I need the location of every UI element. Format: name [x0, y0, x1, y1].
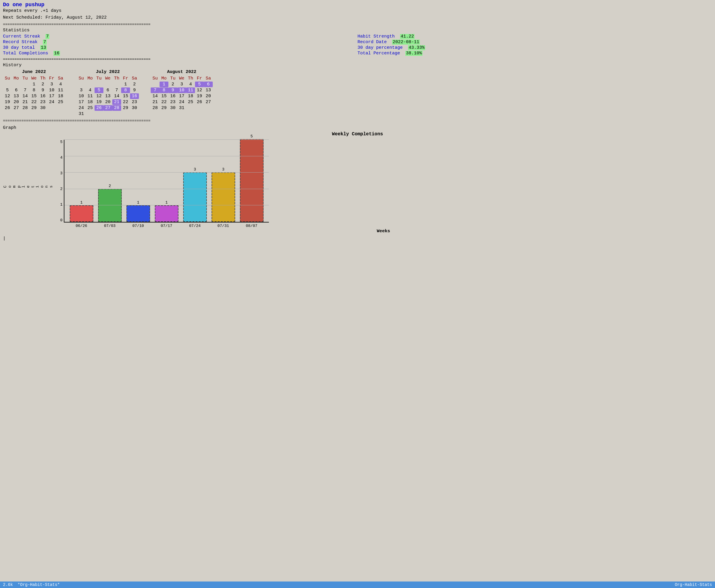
cal-day-cell: 6	[103, 87, 112, 93]
cal-day-cell: 28	[21, 105, 29, 111]
bar-rect	[183, 172, 207, 222]
graph-section: Graph Weekly Completions C o m p l e t i…	[3, 125, 712, 234]
cal-day-cell: 22	[121, 99, 130, 105]
cal-day-cell: 20	[103, 99, 112, 105]
cal-day-cell: 12	[3, 93, 12, 99]
separator-3: ========================================…	[3, 119, 712, 123]
x-axis-title: Weeks	[55, 229, 712, 234]
cal-day-cell: 15	[29, 93, 38, 99]
cal-day-cell: 9	[38, 87, 47, 93]
cal-day-cell	[186, 105, 195, 111]
cal-day-cell	[195, 105, 204, 111]
cal-day-cell: 24	[77, 105, 86, 111]
cal-day-cell: 16	[38, 93, 47, 99]
status-bar: 2.6k *Org-Habit-Stats* Org-Habit-Stats	[0, 582, 715, 588]
status-buffer-name: *Org-Habit-Stats*	[18, 582, 60, 587]
bar-group: 3	[183, 167, 207, 222]
cal-day-cell: 8	[160, 87, 168, 93]
cal-day-cell: 21	[151, 99, 160, 105]
y-tick-0: 0	[55, 218, 63, 223]
cal-day-cell	[121, 111, 130, 117]
x-axis-label: 06/26	[67, 224, 96, 228]
cal-day-cell: 20	[12, 99, 21, 105]
cal-header-cell: Tu	[94, 76, 103, 81]
statistics-header: Statistics	[3, 28, 712, 33]
bar-value-label: 3	[222, 167, 225, 172]
cal-day-cell: 25	[186, 99, 195, 105]
bar-group: 1	[70, 200, 93, 222]
cal-day-cell: 13	[204, 87, 213, 93]
cal-day-cell: 26	[195, 99, 204, 105]
separator-1: ========================================…	[3, 22, 712, 27]
cal-day-cell	[12, 82, 21, 87]
cal-day-cell: 16	[130, 93, 139, 99]
record-streak-label: Record Streak	[3, 40, 38, 45]
cal-day-cell: 20	[204, 93, 213, 99]
cal-day-cell: 11	[56, 87, 65, 93]
bar-group: 1	[155, 200, 178, 222]
cal-day-cell: 4	[56, 82, 65, 87]
calendar-grid: SuMoTuWeThFrSa12345678910111213141516171…	[151, 76, 213, 111]
calendar-title: June 2022	[3, 69, 65, 75]
calendar-title: August 2022	[151, 69, 213, 75]
cal-day-cell	[3, 82, 12, 87]
cal-day-cell	[151, 82, 160, 87]
cal-day-cell: 4	[186, 82, 195, 87]
cal-day-cell: 1	[160, 82, 168, 87]
cal-day-cell: 7	[112, 87, 121, 93]
cal-day-cell: 10	[177, 87, 186, 93]
cal-header-cell: Sa	[130, 76, 139, 81]
bar-group: 2	[98, 184, 122, 222]
y-tick-labels: 0 1 2 3 4 5	[55, 140, 64, 223]
cal-day-cell: 7	[151, 87, 160, 93]
cursor-line: |	[3, 236, 712, 241]
bar-group: 5	[240, 134, 264, 222]
cal-day-cell	[112, 82, 121, 87]
bar-value-label: 1	[137, 200, 140, 205]
cal-day-cell: 9	[168, 87, 177, 93]
x-axis-label: 07/03	[96, 224, 124, 228]
record-date-label: Record Date	[358, 40, 387, 45]
cal-day-cell: 11	[86, 93, 94, 99]
cal-day-cell: 30	[38, 105, 47, 111]
bar-value-label: 5	[251, 134, 253, 139]
status-size: 2.6k	[3, 582, 13, 587]
cal-header-cell: Mo	[12, 76, 21, 81]
cal-header-cell: Tu	[21, 76, 29, 81]
stat-30-day-pct: 30 day percentage 43.33%	[358, 45, 712, 50]
cal-day-cell: 25	[86, 105, 94, 111]
cal-day-cell: 26	[3, 105, 12, 111]
bar-group: 3	[212, 167, 235, 222]
bar-rect	[155, 205, 178, 222]
cal-day-cell: 18	[186, 93, 195, 99]
cal-day-cell: 17	[77, 99, 86, 105]
cal-day-cell: 31	[77, 111, 86, 117]
cal-day-cell	[86, 111, 94, 117]
cal-day-cell	[56, 105, 65, 111]
cal-header-cell: Sa	[56, 76, 65, 81]
cal-day-cell	[112, 111, 121, 117]
cal-day-cell: 12	[195, 87, 204, 93]
separator-2: ========================================…	[3, 57, 712, 61]
cal-day-cell: 23	[168, 99, 177, 105]
x-axis-label: 08/07	[237, 224, 266, 228]
cal-day-cell	[103, 82, 112, 87]
cal-day-cell: 16	[168, 93, 177, 99]
cal-day-cell: 2	[38, 82, 47, 87]
bar-rect	[70, 205, 93, 222]
cal-header-cell: Th	[112, 76, 121, 81]
cal-day-cell: 6	[12, 87, 21, 93]
cal-header-cell: Th	[186, 76, 195, 81]
thirty-day-total-label: 30 day total	[3, 45, 35, 50]
cal-day-cell: 14	[21, 93, 29, 99]
cal-header-cell: Fr	[195, 76, 204, 81]
cal-day-cell: 1	[121, 82, 130, 87]
cal-day-cell: 25	[56, 99, 65, 105]
stat-habit-strength: Habit Strength 41.22	[358, 34, 712, 39]
cal-day-cell: 15	[160, 93, 168, 99]
cal-day-cell: 9	[130, 87, 139, 93]
calendar-title: July 2022	[77, 69, 139, 75]
cal-day-cell: 3	[77, 87, 86, 93]
cal-day-cell: 17	[47, 93, 56, 99]
habit-title: Do one pushup	[3, 2, 712, 8]
